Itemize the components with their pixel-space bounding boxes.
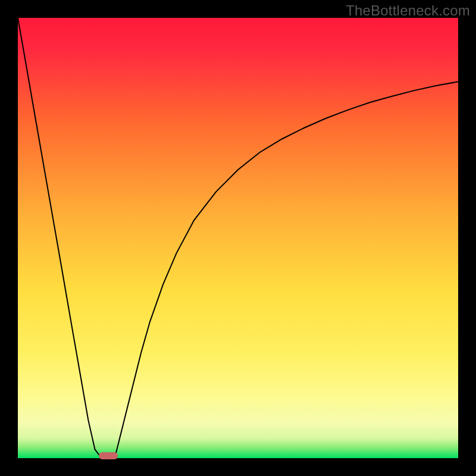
watermark-text: TheBottleneck.com <box>346 2 470 19</box>
minimum-marker <box>99 452 118 459</box>
chart-svg <box>18 18 458 458</box>
plot-area <box>18 18 458 458</box>
chart-outer: TheBottleneck.com <box>0 0 476 476</box>
